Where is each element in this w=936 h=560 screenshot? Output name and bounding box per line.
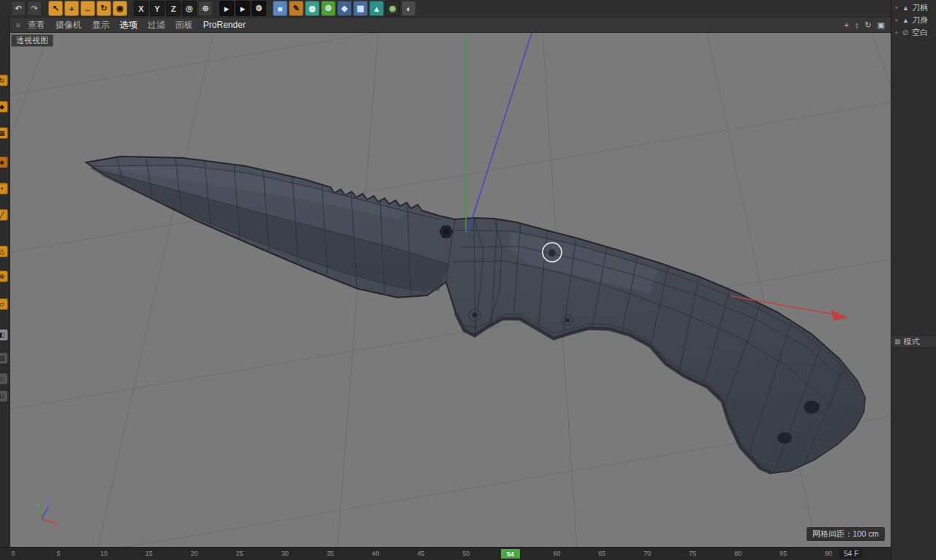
timeline-ruler[interactable]: 54 F 05101520253035404550556065707580859… bbox=[0, 547, 891, 560]
menu-view[interactable]: 查看 bbox=[28, 20, 45, 30]
panel-grid-icon[interactable]: ≡ bbox=[16, 21, 20, 29]
lock-z-axis-icon[interactable]: Z bbox=[166, 1, 181, 16]
viewport-name-label[interactable]: 透视视图 bbox=[11, 34, 53, 47]
object-label[interactable]: 刀身 bbox=[912, 15, 928, 26]
rotate-tool-icon[interactable]: ↻ bbox=[97, 1, 111, 16]
timeline-tick-50: 50 bbox=[462, 550, 469, 557]
toggle-panel-icon[interactable]: ▣ bbox=[878, 20, 885, 30]
timeline-tick-25: 25 bbox=[236, 550, 244, 557]
menu-filter[interactable]: 过滤 bbox=[148, 20, 165, 30]
null-object-icon: ∅ bbox=[902, 29, 910, 37]
make-editable-icon[interactable]: ↻ bbox=[0, 75, 8, 86]
move-tool-icon[interactable]: + bbox=[64, 1, 79, 16]
timeline-tick-90: 90 bbox=[825, 550, 832, 557]
timeline-tick-5: 5 bbox=[56, 550, 60, 557]
coordinate-system-icon[interactable]: ◎ bbox=[182, 1, 197, 16]
timeline-tick-0: 0 bbox=[11, 550, 15, 557]
axis-gizmo: Y Z X bbox=[37, 498, 58, 530]
left-palette: ↻◆▦◈•╱△⊕▱◧▤◇U bbox=[0, 18, 10, 547]
undo-icon[interactable]: ↶ bbox=[11, 1, 26, 16]
expand-icon[interactable]: + bbox=[894, 17, 899, 24]
workplane-mode-icon[interactable]: ◈ bbox=[0, 156, 8, 168]
mode-panel-header[interactable]: ▦ 模式 bbox=[891, 335, 936, 348]
edges-mode-icon[interactable]: ╱ bbox=[0, 209, 8, 221]
object-item-空白[interactable]: +∅空白 bbox=[891, 26, 936, 39]
magnet-icon[interactable]: U bbox=[0, 390, 8, 402]
expand-icon[interactable]: + bbox=[894, 4, 899, 12]
grid-spacing-info: 网格间距：100 cm bbox=[807, 527, 885, 541]
timeline-tick-20: 20 bbox=[191, 550, 198, 557]
timeline-tick-35: 35 bbox=[327, 550, 334, 557]
workplane-snap-icon[interactable]: ⊕ bbox=[198, 1, 213, 16]
scale-tool-icon[interactable]: ↔ bbox=[80, 1, 95, 16]
snap-icon[interactable]: ◧ bbox=[0, 329, 8, 341]
timeline-tick-60: 60 bbox=[553, 550, 560, 557]
gizmo-z-label: Z bbox=[45, 498, 50, 505]
top-toolbar: ↶↷↖+↔↻◉XYZ◎⊕►►⚙■✎◍⚙◆▦▲◉◐ bbox=[0, 0, 936, 18]
knife-model[interactable] bbox=[86, 156, 865, 473]
quantize-icon[interactable]: ◇ bbox=[0, 373, 8, 385]
viewport-menubar: ≡ 查看摄像机显示选项过滤面板ProRender +↕↻▣ bbox=[10, 18, 891, 33]
right-panel: +▲刀柄+▲刀身+∅空白 ▦ 模式 bbox=[891, 0, 936, 560]
dolly-view-icon[interactable]: ↕ bbox=[855, 20, 859, 30]
mode-label: 模式 bbox=[904, 336, 920, 347]
model-mode-icon[interactable]: ◆ bbox=[0, 101, 8, 113]
object-item-刀柄[interactable]: +▲刀柄 bbox=[891, 1, 936, 14]
timeline-tick-75: 75 bbox=[689, 550, 696, 557]
mode-grid-icon: ▦ bbox=[894, 338, 901, 345]
timeline-tick-10: 10 bbox=[100, 550, 107, 557]
viewport-menubar-items: 查看摄像机显示选项过滤面板ProRender bbox=[28, 19, 256, 31]
rotate-view-icon[interactable]: ↻ bbox=[864, 20, 871, 30]
menu-panel[interactable]: 面板 bbox=[176, 20, 193, 30]
mesh-object-icon: ▲ bbox=[902, 17, 910, 24]
lock-workplane-icon[interactable]: ▤ bbox=[0, 352, 8, 364]
add-primitive-cube-icon[interactable]: ■ bbox=[273, 1, 287, 16]
texture-mode-icon[interactable]: ▦ bbox=[0, 127, 8, 139]
pan-view-icon[interactable]: + bbox=[844, 20, 848, 30]
camera-icon[interactable]: ◉ bbox=[385, 1, 400, 16]
object-label[interactable]: 刀柄 bbox=[912, 2, 928, 13]
volume-icon[interactable]: ◆ bbox=[337, 1, 352, 16]
menu-prorender[interactable]: ProRender bbox=[203, 20, 246, 30]
enable-axis-icon[interactable]: ⊕ bbox=[0, 270, 8, 282]
expand-icon[interactable]: + bbox=[894, 29, 899, 37]
render-view-icon[interactable]: ► bbox=[219, 1, 234, 16]
gizmo-y-label: Y bbox=[37, 502, 41, 509]
render-picture-viewer-icon[interactable]: ► bbox=[235, 1, 250, 16]
timeline-tick-30: 30 bbox=[282, 550, 289, 557]
lock-y-axis-icon[interactable]: Y bbox=[150, 1, 165, 16]
timeline-tick-45: 45 bbox=[418, 550, 425, 557]
object-manager: +▲刀柄+▲刀身+∅空白 bbox=[891, 0, 936, 39]
timeline-tick-80: 80 bbox=[734, 550, 741, 557]
lock-x-axis-icon[interactable]: X bbox=[134, 1, 148, 16]
simulate-icon[interactable]: ⚙ bbox=[321, 1, 336, 16]
object-item-刀身[interactable]: +▲刀身 bbox=[891, 14, 936, 26]
last-tool-icon[interactable]: ◉ bbox=[113, 1, 127, 16]
menu-options[interactable]: 选项 bbox=[120, 20, 137, 30]
current-frame-field[interactable]: 54 F bbox=[839, 549, 863, 559]
object-label[interactable]: 空白 bbox=[912, 27, 928, 38]
viewport-nav-icons: +↕↻▣ bbox=[844, 20, 885, 30]
subdivision-surface-icon[interactable]: ◍ bbox=[305, 1, 320, 16]
timeline-tick-85: 85 bbox=[780, 550, 787, 557]
perspective-viewport[interactable]: Y Z X 透视视图 网格间距：100 cm bbox=[10, 33, 891, 547]
timeline-tick-65: 65 bbox=[598, 550, 605, 557]
spline-pen-icon[interactable]: ✎ bbox=[289, 1, 303, 16]
array-mograph-icon[interactable]: ▦ bbox=[353, 1, 368, 16]
viewport-solo-icon[interactable]: ▱ bbox=[0, 298, 8, 310]
menu-display[interactable]: 显示 bbox=[92, 20, 110, 30]
timeline-current-frame-marker[interactable]: 54 bbox=[501, 549, 520, 559]
render-settings-icon[interactable]: ⚙ bbox=[252, 1, 266, 16]
timeline-tick-15: 15 bbox=[146, 550, 153, 557]
z-axis-line[interactable] bbox=[468, 33, 532, 232]
mesh-object-icon: ▲ bbox=[902, 4, 910, 12]
menu-camera[interactable]: 摄像机 bbox=[56, 20, 82, 30]
timeline-tick-40: 40 bbox=[372, 550, 380, 557]
redo-icon[interactable]: ↷ bbox=[27, 1, 42, 16]
points-mode-icon[interactable]: • bbox=[0, 183, 8, 194]
polygons-mode-icon[interactable]: △ bbox=[0, 246, 8, 257]
viewport-canvas[interactable]: Y Z X bbox=[10, 33, 891, 547]
light-icon[interactable]: ◐ bbox=[401, 1, 416, 16]
field-icon[interactable]: ▲ bbox=[369, 1, 384, 16]
live-selection-icon[interactable]: ↖ bbox=[48, 1, 63, 16]
